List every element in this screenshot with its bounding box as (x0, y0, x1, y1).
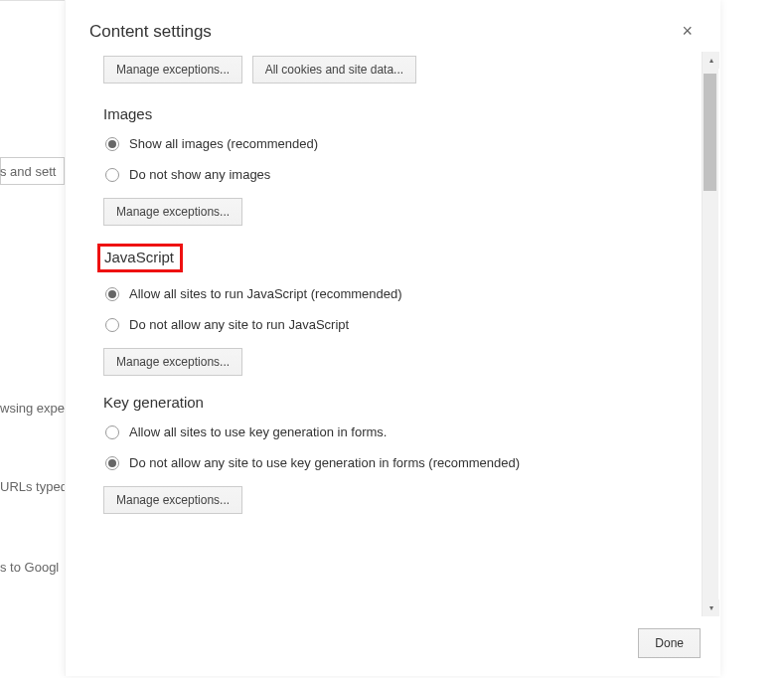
radio-label: Do not show any images (129, 167, 270, 182)
dialog-header: Content settings × (66, 0, 720, 52)
radio-icon (105, 168, 119, 182)
dialog-title: Content settings (89, 22, 212, 42)
content-settings-dialog: Content settings × ▴ ▾ Manage exceptions… (65, 0, 720, 676)
dialog-footer: Done (66, 616, 720, 676)
scrollbar-down-arrow-icon[interactable]: ▾ (703, 599, 719, 616)
done-button[interactable]: Done (638, 628, 701, 658)
images-manage-exceptions-button[interactable]: Manage exceptions... (103, 198, 242, 226)
radio-allow-javascript[interactable]: Allow all sites to run JavaScript (recom… (103, 286, 693, 301)
radio-label: Allow all sites to use key generation in… (129, 424, 387, 439)
images-section: Images Show all images (recommended) Do … (103, 105, 693, 226)
radio-block-javascript[interactable]: Do not allow any site to run JavaScript (103, 317, 693, 332)
radio-show-all-images[interactable]: Show all images (recommended) (103, 136, 693, 151)
radio-block-keygen[interactable]: Do not allow any site to use key generat… (103, 455, 693, 470)
radio-label: Allow all sites to run JavaScript (recom… (129, 286, 402, 301)
background-text: wsing expe (0, 401, 65, 416)
section-title-images: Images (103, 105, 152, 122)
background-divider (0, 0, 65, 1)
section-title-keygen: Key generation (103, 394, 204, 411)
radio-icon (105, 137, 119, 151)
section-title-javascript: JavaScript (97, 244, 183, 272)
top-button-row: Manage exceptions... All cookies and sit… (103, 56, 693, 84)
manage-exceptions-button[interactable]: Manage exceptions... (103, 56, 242, 84)
keygen-section: Key generation Allow all sites to use ke… (103, 394, 693, 514)
background-text: s and sett (0, 164, 56, 179)
close-button[interactable]: × (678, 22, 697, 40)
scrollbar-up-arrow-icon[interactable]: ▴ (703, 52, 719, 69)
radio-label: Show all images (recommended) (129, 136, 318, 151)
radio-label: Do not allow any site to run JavaScript (129, 317, 349, 332)
all-cookies-button[interactable]: All cookies and site data... (252, 56, 416, 84)
radio-label: Do not allow any site to use key generat… (129, 455, 520, 470)
dialog-body: ▴ ▾ Manage exceptions... All cookies and… (66, 52, 720, 616)
radio-icon (105, 456, 119, 470)
radio-icon (105, 425, 119, 439)
javascript-section: JavaScript Allow all sites to run JavaSc… (103, 244, 693, 376)
radio-icon (105, 318, 119, 332)
background-text: s to Googl (0, 560, 59, 575)
javascript-manage-exceptions-button[interactable]: Manage exceptions... (103, 348, 242, 376)
radio-allow-keygen[interactable]: Allow all sites to use key generation in… (103, 424, 693, 439)
background-text: URLs typed (0, 479, 68, 494)
radio-no-images[interactable]: Do not show any images (103, 167, 693, 182)
scrollbar-track[interactable]: ▴ ▾ (702, 52, 718, 616)
radio-icon (105, 287, 119, 301)
scrollbar-thumb[interactable] (704, 74, 716, 191)
keygen-manage-exceptions-button[interactable]: Manage exceptions... (103, 486, 242, 514)
